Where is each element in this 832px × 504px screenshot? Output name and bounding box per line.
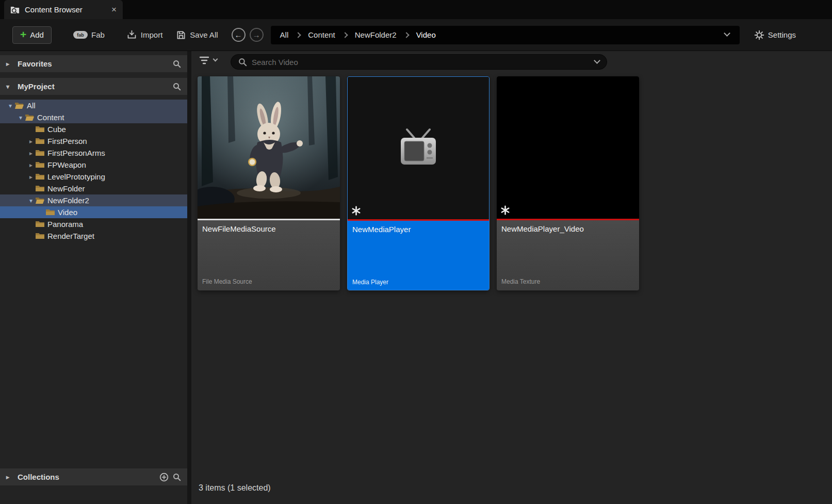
tree-item-firstperson[interactable]: ▸ FirstPerson (0, 135, 187, 147)
tree-item-panorama[interactable]: Panorama (0, 218, 187, 230)
folder-icon (35, 125, 47, 133)
tree-item-levelprototyping[interactable]: ▸ LevelPrototyping (0, 171, 187, 183)
tree-item-newfolder[interactable]: NewFolder (0, 183, 187, 194)
settings-button[interactable]: Settings (754, 30, 796, 40)
project-section-header[interactable]: ▾ MyProject (0, 78, 187, 95)
tree-item-label: All (26, 101, 36, 110)
search-icon[interactable] (173, 83, 181, 91)
tree-item-video[interactable]: Video (0, 206, 187, 218)
tree-item-newfolder2[interactable]: ▾ NewFolder2 (0, 194, 187, 206)
tab-bar: Content Browser × (0, 0, 832, 19)
search-icon[interactable] (173, 473, 181, 481)
asset-tile-newmediaplayer[interactable]: NewMediaPlayer Media Player (347, 76, 490, 290)
forward-arrow-icon: → (253, 30, 260, 39)
asset-type-label: File Media Source (202, 278, 252, 285)
folder-tree: ▾ All ▾ Content Cube ▸ First (0, 100, 187, 242)
breadcrumb-item-newfolder2[interactable]: NewFolder2 (355, 30, 397, 39)
tree-item-label: Video (57, 208, 77, 217)
asset-label-area: NewFileMediaSource File Media Source (198, 220, 340, 289)
back-arrow-icon: ← (235, 30, 242, 39)
breadcrumb-separator-icon (403, 32, 409, 38)
tree-item-label: RenderTarget (47, 232, 94, 240)
asset-name: NewMediaPlayer_Video (501, 224, 634, 233)
folder-icon (45, 208, 57, 216)
asset-label-area: NewMediaPlayer_Video Media Texture (497, 220, 639, 289)
project-label: MyProject (18, 82, 55, 91)
expand-arrow-icon[interactable]: ▾ (17, 114, 25, 121)
save-icon (176, 30, 186, 40)
asset-thumbnail-rabbit (198, 76, 340, 219)
tv-icon (395, 127, 442, 169)
asset-type-label: Media Texture (501, 278, 540, 285)
collections-label: Collections (18, 473, 59, 481)
search-bar[interactable] (231, 54, 607, 70)
tab-content-browser[interactable]: Content Browser × (4, 0, 123, 19)
expand-arrow-icon[interactable]: ▾ (6, 102, 14, 109)
tree-item-label: Content (37, 113, 64, 122)
folder-icon (35, 220, 47, 228)
breadcrumb: All Content NewFolder2 Video (271, 26, 740, 44)
search-input[interactable] (252, 58, 590, 67)
asset-thumbnail-media-texture (497, 76, 639, 219)
breadcrumb-item-content[interactable]: Content (308, 30, 335, 39)
folder-icon (35, 137, 47, 145)
folder-icon (35, 185, 47, 192)
expand-arrow-icon[interactable]: ▸ (27, 173, 35, 181)
expand-arrow-icon[interactable]: ▾ (27, 197, 35, 204)
favorites-section-header[interactable]: ▸ Favorites (0, 55, 187, 72)
breadcrumb-item-video[interactable]: Video (416, 30, 436, 39)
search-options-chevron-icon[interactable] (594, 57, 600, 64)
folder-open-icon (14, 102, 26, 109)
tree-item-cube[interactable]: Cube (0, 123, 187, 135)
asset-view-panel: NewFileMediaSource File Media Source (191, 51, 832, 504)
asset-tile-newfilemediasource[interactable]: NewFileMediaSource File Media Source (198, 76, 340, 290)
expand-arrow-icon[interactable]: ▸ (27, 150, 35, 157)
add-collection-icon[interactable] (159, 473, 169, 482)
collections-section-header[interactable]: ▸ Collections (0, 468, 187, 485)
folder-open-icon (25, 113, 37, 121)
tree-item-rendertarget[interactable]: RenderTarget (0, 230, 187, 242)
tab-close-button[interactable]: × (111, 5, 117, 15)
folder-icon (35, 149, 47, 157)
tree-item-label: Panorama (47, 220, 83, 229)
tree-item-fpweapon[interactable]: ▸ FPWeapon (0, 159, 187, 171)
asset-tile-newmediaplayer-video[interactable]: NewMediaPlayer_Video Media Texture (497, 76, 639, 290)
filter-button[interactable] (199, 55, 217, 66)
collapsed-arrow-icon[interactable]: ▸ (6, 60, 13, 68)
tree-item-label: FPWeapon (47, 160, 86, 169)
fab-button[interactable]: fab Fab (73, 30, 105, 39)
collapsed-arrow-icon[interactable]: ▸ (6, 474, 13, 481)
asset-thumbnail-media-player (348, 77, 489, 219)
import-button[interactable]: Import (126, 29, 163, 40)
breadcrumb-item-all[interactable]: All (280, 30, 289, 39)
filter-funnel-icon (199, 55, 210, 66)
forward-button[interactable]: → (250, 28, 264, 42)
fab-button-label: Fab (91, 30, 105, 39)
path-dropdown-chevron-icon[interactable] (724, 30, 730, 37)
expand-arrow-icon[interactable]: ▸ (27, 138, 35, 145)
asset-name: NewFileMediaSource (202, 224, 335, 233)
tree-item-content[interactable]: ▾ Content (0, 111, 187, 123)
expand-arrow-icon[interactable]: ▸ (27, 161, 35, 169)
add-button[interactable]: + Add (12, 26, 52, 44)
folder-icon (35, 232, 47, 240)
filter-chevron-icon (213, 57, 218, 62)
tree-item-label: LevelPrototyping (47, 172, 105, 181)
unsaved-changes-icon (351, 206, 361, 218)
expanded-arrow-icon[interactable]: ▾ (6, 83, 13, 90)
add-button-label: Add (30, 30, 44, 39)
toolbar: + Add fab Fab Import Save All ← → All (0, 19, 832, 51)
tab-title: Content Browser (25, 5, 106, 14)
tree-item-label: Cube (47, 125, 66, 134)
tree-item-all[interactable]: ▾ All (0, 100, 187, 111)
search-icon[interactable] (173, 60, 181, 68)
tree-item-firstpersonarms[interactable]: ▸ FirstPersonArms (0, 147, 187, 159)
save-all-button[interactable]: Save All (176, 30, 218, 40)
asset-label-area: NewMediaPlayer Media Player (348, 221, 489, 290)
settings-button-label: Settings (768, 30, 796, 39)
favorites-label: Favorites (18, 59, 52, 68)
panel-splitter[interactable] (187, 51, 191, 504)
folder-icon (35, 173, 47, 181)
back-button[interactable]: ← (232, 28, 246, 42)
search-icon (238, 58, 247, 67)
